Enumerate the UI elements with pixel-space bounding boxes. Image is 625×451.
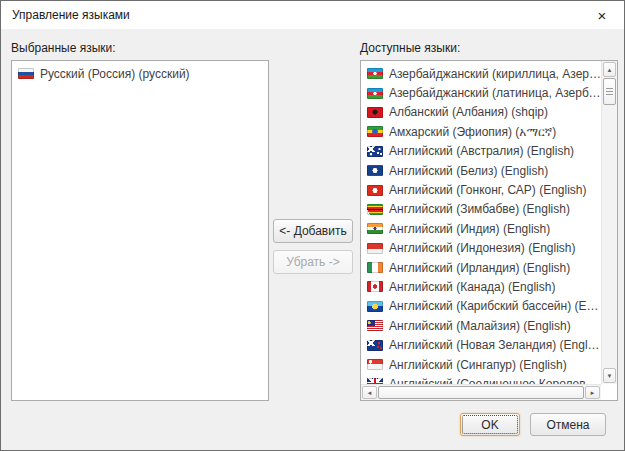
available-languages-rows: Азербайджанский (кириллица, Азерба...Азе…	[361, 61, 601, 384]
language-label: Английский (Австралия) (English)	[389, 144, 574, 158]
flag-ethiopia-icon	[367, 126, 383, 137]
available-languages-label: Доступные языки:	[360, 41, 460, 55]
flag-belize-icon	[367, 165, 383, 176]
available-languages-list[interactable]: Азербайджанский (кириллица, Азерба...Азе…	[360, 60, 618, 401]
flag-new-zealand-icon	[367, 340, 383, 351]
selected-languages-label: Выбранные языки:	[11, 41, 116, 55]
flag-australia-icon	[367, 146, 383, 157]
language-label: Азербайджанский (кириллица, Азерба...	[389, 67, 601, 81]
scroll-right-icon[interactable]: ►	[585, 386, 600, 399]
list-item[interactable]: Английский (Новая Зеландия) (English)	[365, 335, 601, 354]
list-item[interactable]: Английский (Гонконг, САР) (English)	[365, 180, 601, 199]
list-item[interactable]: Английский (Сингапур) (English)	[365, 355, 601, 374]
ok-button[interactable]: OK	[460, 413, 520, 436]
list-item[interactable]: Албанский (Албания) (shqip)	[365, 103, 601, 122]
list-item[interactable]: Амхарский (Эфиопия) (አማርኛ)	[365, 122, 601, 141]
list-item[interactable]: Английский (Зимбабве) (English)	[365, 200, 601, 219]
scroll-up-icon[interactable]: ▲	[603, 62, 616, 77]
horizontal-scrollbar-thumb[interactable]	[378, 386, 584, 399]
add-language-button[interactable]: <- Добавить	[273, 219, 353, 243]
list-item[interactable]: Азербайджанский (латиница, Азербай...	[365, 83, 601, 102]
list-item[interactable]: Английский (Канада) (English)	[365, 277, 601, 296]
title-bar: Управление языками ×	[1, 1, 624, 29]
language-label: Английский (Малайзия) (English)	[389, 319, 571, 333]
vertical-scrollbar[interactable]: ▲ ▼	[601, 61, 617, 384]
language-label: Английский (Гонконг, САР) (English)	[389, 183, 587, 197]
language-label: Амхарский (Эфиопия) (አማርኛ)	[389, 125, 556, 139]
flag-singapore-icon	[367, 359, 383, 370]
language-label: Английский (Белиз) (English)	[389, 164, 548, 178]
list-item[interactable]: Английский (Карибский бассейн) (Engli...	[365, 297, 601, 316]
language-label: Английский (Зимбабве) (English)	[389, 202, 570, 216]
language-label: Английский (Новая Зеландия) (English)	[389, 338, 601, 352]
language-label: Английский (Карибский бассейн) (Engli...	[389, 299, 601, 313]
language-label: Английский (Канада) (English)	[389, 280, 555, 294]
language-label: Английский (Соединенное Королевство)	[389, 377, 601, 384]
flag-russia-icon	[18, 68, 34, 79]
remove-language-button[interactable]: Убрать ->	[273, 250, 353, 274]
flag-ireland-icon	[367, 262, 383, 273]
scroll-down-icon[interactable]: ▼	[603, 368, 616, 383]
list-item[interactable]: Русский (Россия) (русский)	[16, 64, 268, 83]
cancel-button[interactable]: Отмена	[530, 413, 606, 436]
language-label: Азербайджанский (латиница, Азербай...	[389, 86, 601, 100]
close-icon[interactable]: ×	[580, 1, 624, 29]
flag-zimbabwe-icon	[367, 204, 383, 215]
flag-canada-icon	[367, 281, 383, 292]
list-item[interactable]: Английский (Соединенное Королевство)	[365, 374, 601, 384]
flag-azerbaijan-icon	[367, 68, 383, 79]
list-item[interactable]: Английский (Ирландия) (English)	[365, 258, 601, 277]
language-management-dialog: Управление языками × Выбранные языки: До…	[0, 0, 625, 451]
flag-albania-icon	[367, 107, 383, 118]
flag-indonesia-icon	[367, 243, 383, 254]
language-label: Албанский (Албания) (shqip)	[389, 105, 548, 119]
language-label: Английский (Индия) (English)	[389, 222, 550, 236]
selected-languages-rows: Русский (Россия) (русский)	[12, 61, 268, 400]
selected-languages-list[interactable]: Русский (Россия) (русский)	[11, 60, 269, 401]
language-label: Английский (Индонезия) (English)	[389, 241, 576, 255]
scroll-left-icon[interactable]: ◄	[362, 386, 377, 399]
language-label: Английский (Сингапур) (English)	[389, 358, 567, 372]
flag-india-icon	[367, 223, 383, 234]
flag-caribbean-icon	[367, 301, 383, 312]
horizontal-scrollbar[interactable]: ◄ ►	[361, 384, 601, 400]
list-item[interactable]: Азербайджанский (кириллица, Азерба...	[365, 64, 601, 83]
flag-azerbaijan-icon	[367, 88, 383, 99]
language-label: Английский (Ирландия) (English)	[389, 261, 570, 275]
vertical-scrollbar-thumb[interactable]	[603, 78, 616, 105]
list-item[interactable]: Английский (Индия) (English)	[365, 219, 601, 238]
list-item[interactable]: Английский (Белиз) (English)	[365, 161, 601, 180]
language-label: Русский (Россия) (русский)	[40, 67, 190, 81]
list-item[interactable]: Английский (Малайзия) (English)	[365, 316, 601, 335]
dialog-title: Управление языками	[12, 8, 130, 22]
flag-malaysia-icon	[367, 320, 383, 331]
flag-hongkong-icon	[367, 185, 383, 196]
list-item[interactable]: Английский (Индонезия) (English)	[365, 239, 601, 258]
list-item[interactable]: Английский (Австралия) (English)	[365, 142, 601, 161]
